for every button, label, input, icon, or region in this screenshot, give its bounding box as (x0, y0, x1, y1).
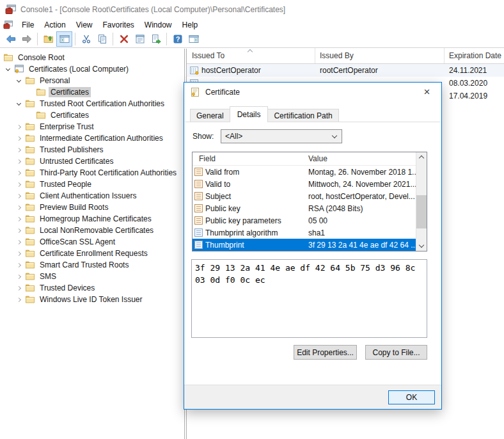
edit-properties-button[interactable]: Edit Properties... (294, 345, 357, 360)
expand-chevron-icon[interactable] (14, 180, 23, 189)
folder-icon (25, 99, 35, 109)
tree-item-trusted-root-certification-authorities[interactable]: Trusted Root Certification Authorities (0, 98, 184, 109)
mmc-console-menu-icon[interactable] (3, 20, 13, 30)
thumbprint-hex-value[interactable]: 3f 29 13 2a 41 4e ae df 42 64 5b 75 d3 9… (191, 259, 427, 338)
ok-button[interactable]: OK (388, 390, 435, 404)
export-list-icon[interactable] (148, 32, 163, 46)
tree-item-trusted-devices[interactable]: Trusted Devices (0, 282, 184, 294)
collapse-chevron-icon[interactable] (3, 65, 12, 74)
properties-sheet-icon[interactable] (132, 32, 147, 46)
field-icon (194, 168, 203, 176)
expand-chevron-icon[interactable] (14, 249, 23, 258)
field-list-scrollbar[interactable] (416, 152, 427, 251)
scroll-down-icon[interactable] (416, 241, 427, 251)
menu-file[interactable]: File (17, 19, 39, 31)
close-icon[interactable]: × (413, 83, 441, 101)
tab-certification-path[interactable]: Certification Path (267, 109, 338, 122)
field-row-valid-from[interactable]: Valid fromMontag, 26. November 2018 1... (193, 166, 416, 178)
tree-item-trusted-publishers[interactable]: Trusted Publishers (0, 144, 184, 156)
expand-chevron-icon[interactable] (14, 203, 23, 212)
scroll-up-icon[interactable] (416, 152, 427, 162)
show-hide-console-tree-icon[interactable] (57, 32, 72, 46)
expand-chevron-icon[interactable] (14, 134, 23, 143)
field-name: Public key (205, 204, 240, 213)
show-dropdown[interactable]: <All> (221, 129, 342, 143)
menu-window[interactable]: Window (139, 19, 177, 31)
copy-to-file-button[interactable]: Copy to File... (365, 345, 427, 360)
tree-item-sms[interactable]: SMS (0, 271, 184, 282)
column-header-expiration-date[interactable]: Expiration Date (445, 48, 504, 63)
tree-item-certificate-enrollment-requests[interactable]: Certificate Enrollment Requests (0, 248, 184, 259)
expand-chevron-icon[interactable] (14, 237, 23, 246)
field-row-subject[interactable]: Subjectroot, hostCertOperator, Devel... (193, 190, 416, 202)
field-row-thumbprint-algorithm[interactable]: Thumbprint algorithmsha1 (193, 227, 416, 239)
expand-chevron-icon[interactable] (14, 272, 23, 281)
tree-item-homegroup-machine-certificates[interactable]: Homegroup Machine Certificates (0, 213, 184, 225)
field-row-public-key-parameters[interactable]: Public key parameters05 00 (193, 214, 416, 227)
dialog-title: Certificate (205, 88, 240, 97)
tree-item-certificates[interactable]: Certificates (0, 86, 184, 98)
tree-item-local-nonremovable-certificates[interactable]: Local NonRemovable Certificates (0, 225, 184, 236)
cut-scissors-icon[interactable] (79, 32, 93, 46)
tree-item-label: Trusted People (38, 179, 93, 189)
back-arrow-icon[interactable] (3, 32, 18, 46)
tree-item-label: Smart Card Trusted Roots (38, 260, 130, 270)
column-header-issued-by[interactable]: Issued By (315, 48, 445, 63)
tree-item-label: Homegroup Machine Certificates (38, 214, 154, 224)
expand-chevron-icon[interactable] (14, 226, 23, 235)
up-one-level-folder-icon[interactable] (41, 32, 56, 46)
dialog-titlebar: Certificate (184, 83, 441, 102)
menu-action[interactable]: Action (39, 19, 70, 31)
field-column-header[interactable]: Field (193, 154, 216, 163)
collapse-chevron-icon[interactable] (14, 76, 23, 85)
tree-item-smart-card-trusted-roots[interactable]: Smart Card Trusted Roots (0, 259, 184, 271)
tree-item-label: Intermediate Certification Authorities (38, 133, 165, 143)
expand-chevron-icon[interactable] (14, 168, 23, 177)
delete-x-icon[interactable] (116, 32, 131, 46)
value-column-header[interactable]: Value (308, 154, 327, 163)
tree-item-certificates[interactable]: Certificates (0, 109, 184, 121)
menu-help[interactable]: Help (177, 19, 203, 31)
expand-chevron-icon[interactable] (14, 191, 23, 200)
copy-documents-icon[interactable] (95, 32, 109, 46)
field-row-public-key[interactable]: Public keyRSA (2048 Bits) (193, 202, 416, 214)
expand-chevron-icon[interactable] (14, 283, 23, 292)
tree-item-preview-build-roots[interactable]: Preview Build Roots (0, 202, 184, 213)
field-value: 3f 29 13 2a 41 4e ae df 42 64 ... (308, 241, 416, 250)
tree-item-certificates-local-computer-[interactable]: Certificates (Local Computer) (0, 63, 184, 75)
help-question-icon[interactable]: ? (170, 32, 185, 46)
tree-item-console-root[interactable]: Console Root (0, 52, 184, 63)
scrollbar-thumb[interactable] (416, 195, 427, 228)
tab-details[interactable]: Details (230, 106, 269, 122)
tree-item-third-party-root-certification-authorities[interactable]: Third-Party Root Certification Authoriti… (0, 167, 184, 179)
expand-chevron-icon[interactable] (14, 122, 23, 131)
tree-item-untrusted-certificates[interactable]: Untrusted Certificates (0, 156, 184, 167)
expand-chevron-icon[interactable] (14, 214, 23, 223)
folder-icon (25, 271, 35, 282)
tree-item-windows-live-id-token-issuer[interactable]: Windows Live ID Token Issuer (0, 294, 184, 305)
console-tree-pane: Console RootCertificates (Local Computer… (0, 49, 184, 439)
tree-item-personal[interactable]: Personal (0, 75, 184, 86)
field-icon (194, 192, 203, 200)
field-icon (194, 241, 203, 249)
tab-general[interactable]: General (190, 109, 230, 122)
menu-view[interactable]: View (71, 19, 98, 31)
folder-icon (25, 179, 35, 189)
forward-arrow-icon[interactable] (19, 32, 34, 46)
field-row-thumbprint[interactable]: Thumbprint3f 29 13 2a 41 4e ae df 42 64 … (193, 239, 416, 251)
tree-item-officescan-ssl-agent[interactable]: OfficeScan SSL Agent (0, 236, 184, 248)
tree-item-label: SMS (38, 271, 58, 282)
tree-item-trusted-people[interactable]: Trusted People (0, 179, 184, 190)
menu-favorites[interactable]: Favorites (98, 19, 139, 31)
show-hide-action-pane-icon[interactable] (186, 32, 201, 46)
field-row-valid-to[interactable]: Valid toMittwoch, 24. November 2021... (193, 178, 416, 190)
tree-item-intermediate-certification-authorities[interactable]: Intermediate Certification Authorities (0, 132, 184, 144)
expand-chevron-icon[interactable] (14, 260, 23, 269)
expand-chevron-icon[interactable] (14, 145, 23, 154)
expand-chevron-icon[interactable] (14, 295, 23, 304)
tree-item-enterprise-trust[interactable]: Enterprise Trust (0, 121, 184, 132)
collapse-chevron-icon[interactable] (14, 99, 23, 108)
certificate-row[interactable]: hostCertOperatorrootCertOperator24.11.20… (187, 64, 504, 77)
tree-item-client-authentication-issuers[interactable]: Client Authentication Issuers (0, 190, 184, 202)
expand-chevron-icon[interactable] (14, 157, 23, 166)
